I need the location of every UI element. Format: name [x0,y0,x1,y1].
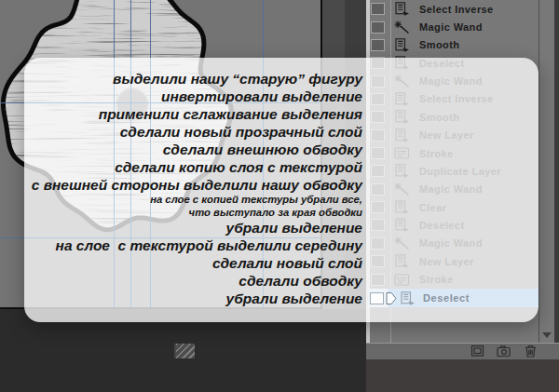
panel-right-edge [554,0,559,343]
annotation-line: на слое с текстурой выделили середину [32,237,362,254]
scrollbar-track-edge [539,0,539,343]
annotation-line: применили сглаживание выделения [32,105,362,123]
history-item-label: Deselect [423,292,470,304]
annotation-line: выделили нашу “старую” фигуру [32,70,362,88]
history-item-select-inverse[interactable]: Select Inverse [370,0,548,18]
annotation-line: что выступало за края обводки [32,207,362,220]
annotation-text-block: выделили нашу “старую” фигуруинвертирова… [32,70,362,307]
annotation-line: сделали копию слоя с текстурой [32,158,362,176]
photoshop-screenshot: Select InverseMagic WandSmoothDeselectMa… [0,0,559,392]
annotation-overlay: выделили нашу “старую” фигуруинвертирова… [24,58,539,322]
annotation-line: на слое с копией текстуры убрали все, [32,194,362,207]
history-item-label: Smooth [419,39,459,50]
history-state-icon [394,2,410,16]
annotation-line: инвертировали выделение [32,88,362,105]
history-item-magic-wand[interactable]: Magic Wand [370,18,548,35]
scroll-down-arrow-icon[interactable] [542,332,552,343]
annotation-line: убрали выделение [32,290,362,307]
history-item-label: Magic Wand [419,21,483,33]
history-state-icon [400,291,416,305]
annotation-line: сделали внешнюю обводку [32,141,362,158]
new-snapshot-icon[interactable] [497,345,511,358]
history-brush-well[interactable] [371,21,385,34]
magic-wand-icon [394,20,410,34]
history-brush-well[interactable] [371,39,385,51]
history-item-label: Select Inverse [419,4,494,15]
history-state-pointer-icon[interactable] [386,292,397,304]
annotation-line: сделали обводку [32,272,362,290]
history-item-selected[interactable]: Deselect [368,289,539,307]
history-item-smooth[interactable]: Smooth [370,36,548,54]
history-brush-well[interactable] [371,3,385,15]
delete-state-icon[interactable] [524,345,538,358]
annotation-line: сделали новый прозрачный слой [32,123,362,141]
annotation-line: с внешней стороны выделили нашу обводку [32,176,362,194]
history-state-icon [394,38,410,52]
workspace-bottom-right [366,358,559,392]
new-document-from-state-icon[interactable] [470,345,484,358]
panel-resize-grip[interactable] [174,344,195,358]
annotation-line: убрали выделение [32,219,362,237]
annotation-line: сделали новый слой [32,254,362,272]
history-brush-well[interactable] [370,292,384,304]
